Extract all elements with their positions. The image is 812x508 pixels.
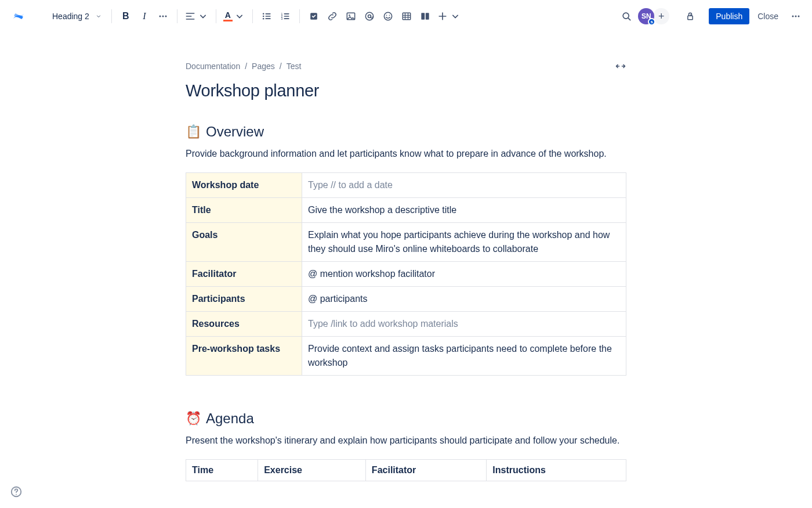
table-header-cell[interactable]: Facilitator — [365, 460, 486, 481]
breadcrumb-separator: / — [280, 62, 282, 71]
chevron-down-icon — [197, 10, 209, 22]
close-button[interactable]: Close — [752, 8, 784, 24]
numbered-list-button[interactable]: 123 — [276, 7, 295, 26]
table-row[interactable]: Pre-workshop tasksProvide context and as… — [186, 337, 626, 376]
overview-description[interactable]: Provide background information and let p… — [186, 147, 626, 161]
table-cell[interactable]: Give the workshop a descriptive title — [302, 198, 626, 223]
svg-point-14 — [384, 12, 392, 20]
find-replace-button[interactable] — [617, 7, 636, 26]
breadcrumb: Documentation / Pages / Test — [186, 62, 301, 71]
agenda-description[interactable]: Present the workshop's itinerary and exp… — [186, 434, 626, 448]
page-title[interactable]: Workshop planner — [186, 81, 626, 100]
svg-rect-17 — [403, 13, 410, 20]
table-header-cell[interactable]: Participants — [186, 287, 302, 312]
agenda-table[interactable]: TimeExerciseFacilitatorInstructions — [186, 459, 626, 481]
clock-icon: ⏰ — [186, 411, 201, 426]
chevron-down-icon — [234, 10, 245, 22]
toolbar-separator — [216, 9, 216, 23]
table-row[interactable]: Participants@ participants — [186, 287, 626, 312]
table-cell[interactable]: Type /link to add workshop materials — [302, 312, 626, 337]
table-header-cell[interactable]: Resources — [186, 312, 302, 337]
more-formatting-button[interactable] — [154, 7, 172, 26]
italic-button[interactable]: I — [135, 7, 154, 26]
table-header-cell[interactable]: Exercise — [258, 460, 366, 481]
table-cell[interactable]: Explain what you hope participants achie… — [302, 223, 626, 262]
action-item-button[interactable] — [304, 7, 323, 26]
breadcrumb-item[interactable]: Documentation — [186, 62, 240, 71]
svg-point-20 — [623, 13, 629, 19]
table-header-cell[interactable]: Workshop date — [186, 173, 302, 198]
user-avatar[interactable]: SN s — [638, 8, 654, 24]
table-header-cell[interactable]: Title — [186, 198, 302, 223]
svg-point-1 — [162, 16, 164, 17]
breadcrumb-item[interactable]: Pages — [252, 62, 275, 71]
table-cell[interactable]: @ mention workshop facilitator — [302, 262, 626, 287]
overview-heading-text: Overview — [206, 124, 264, 140]
chevron-down-icon — [95, 13, 102, 20]
toolbar-separator — [252, 9, 253, 23]
image-button[interactable] — [342, 7, 360, 26]
table-row[interactable]: ResourcesType /link to add workshop mate… — [186, 312, 626, 337]
svg-point-15 — [386, 15, 387, 16]
layouts-button[interactable] — [416, 7, 434, 26]
table-header-cell[interactable]: Time — [186, 460, 258, 481]
svg-point-12 — [365, 12, 373, 20]
svg-point-23 — [795, 16, 797, 17]
breadcrumb-item[interactable]: Test — [287, 62, 302, 71]
table-cell[interactable]: Provide context and assign tasks partici… — [302, 337, 626, 376]
svg-point-11 — [349, 15, 350, 16]
toolbar-separator — [177, 9, 177, 23]
more-actions-button[interactable] — [786, 7, 805, 26]
mention-button[interactable] — [360, 7, 379, 26]
table-row[interactable]: GoalsExplain what you hope participants … — [186, 223, 626, 262]
restrictions-button[interactable] — [681, 7, 699, 26]
svg-point-16 — [389, 15, 390, 16]
svg-point-24 — [798, 16, 800, 17]
svg-rect-19 — [426, 13, 429, 20]
bold-button[interactable]: B — [117, 7, 135, 26]
presence-badge: s — [648, 18, 655, 26]
table-row[interactable]: Facilitator@ mention workshop facilitato… — [186, 262, 626, 287]
table-header-cell[interactable]: Facilitator — [186, 262, 302, 287]
editor-toolbar: Heading 2 B I A 123 — [0, 0, 812, 33]
link-button[interactable] — [323, 7, 342, 26]
table-row[interactable]: TitleGive the workshop a descriptive tit… — [186, 198, 626, 223]
text-style-dropdown[interactable]: Heading 2 — [48, 9, 107, 23]
table-cell[interactable]: @ participants — [302, 287, 626, 312]
editor-content[interactable]: Documentation / Pages / Test Workshop pl… — [186, 33, 626, 481]
agenda-heading[interactable]: ⏰ Agenda — [186, 410, 626, 427]
svg-rect-18 — [421, 13, 425, 20]
table-button[interactable] — [397, 7, 416, 26]
invite-button[interactable]: + — [653, 8, 669, 24]
svg-text:3: 3 — [281, 17, 282, 20]
text-style-label: Heading 2 — [52, 12, 89, 21]
insert-more-button[interactable] — [434, 7, 463, 26]
chevron-down-icon — [449, 10, 461, 22]
svg-point-2 — [165, 16, 166, 17]
emoji-button[interactable] — [379, 7, 397, 26]
help-button[interactable] — [9, 485, 23, 499]
breadcrumb-separator: / — [245, 62, 247, 71]
toolbar-separator — [111, 9, 112, 23]
publish-button[interactable]: Publish — [709, 8, 749, 24]
svg-point-3 — [263, 13, 264, 15]
clipboard-icon: 📋 — [186, 124, 201, 139]
overview-table[interactable]: Workshop dateType // to add a dateTitleG… — [186, 172, 626, 376]
table-header-cell[interactable]: Instructions — [487, 460, 626, 481]
page-width-toggle[interactable] — [615, 60, 626, 72]
agenda-heading-text: Agenda — [206, 410, 254, 427]
svg-point-5 — [263, 18, 264, 20]
svg-point-26 — [16, 494, 17, 495]
table-row[interactable]: Workshop dateType // to add a date — [186, 173, 626, 198]
svg-rect-21 — [688, 16, 693, 20]
toolbar-separator — [299, 9, 300, 23]
svg-point-0 — [159, 16, 161, 17]
text-color-button[interactable]: A — [221, 7, 248, 26]
table-header-cell[interactable]: Pre-workshop tasks — [186, 337, 302, 376]
align-button[interactable] — [182, 7, 211, 26]
table-header-cell[interactable]: Goals — [186, 223, 302, 262]
confluence-logo[interactable] — [10, 8, 27, 24]
bullet-list-button[interactable] — [258, 7, 276, 26]
overview-heading[interactable]: 📋 Overview — [186, 124, 626, 140]
table-cell[interactable]: Type // to add a date — [302, 173, 626, 198]
